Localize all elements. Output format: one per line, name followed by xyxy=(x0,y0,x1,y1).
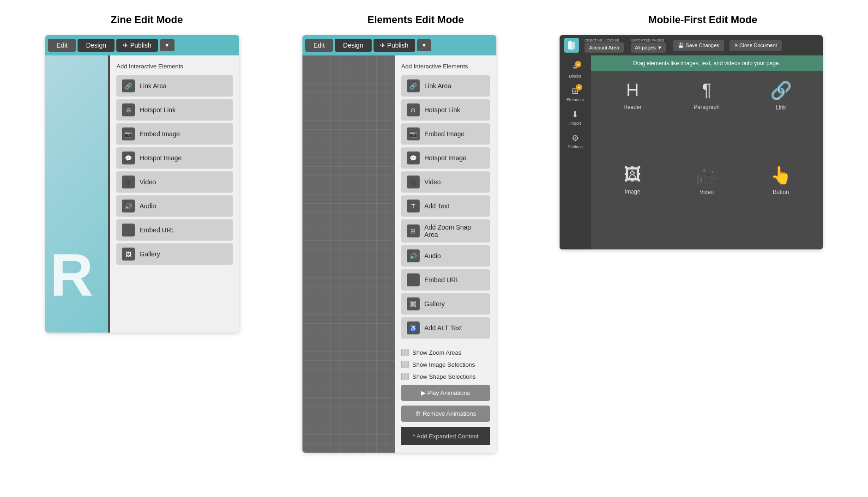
item-icon: 💬 xyxy=(407,152,420,164)
item-label: Add Zoom Snap Area xyxy=(424,224,484,238)
mobile-nav-blocks[interactable]: ≡ + Blocks xyxy=(560,60,591,81)
nav-icon-settings: ⚙ xyxy=(572,133,579,143)
element-label: Link xyxy=(776,104,786,111)
mobile-topbar: CREATIVE LICENSE Account Area IMPORTED P… xyxy=(560,35,823,55)
mobile-nav-elements[interactable]: ⊞ + Elements xyxy=(560,83,591,105)
mobile-elem-button[interactable]: 👆 Button xyxy=(748,165,814,240)
mobile-elem-header[interactable]: H Header xyxy=(600,80,665,156)
zine-item-video[interactable]: 🎥 Video xyxy=(116,171,233,193)
mobile-body: ≡ + Blocks ⊞ + Elements ⬇ Import ⚙ Setti… xyxy=(560,55,823,249)
mobile-nav-settings[interactable]: ⚙ Settings xyxy=(560,130,591,152)
nav-label: Settings xyxy=(567,145,583,149)
mobile-elem-link[interactable]: 🔗 Link xyxy=(748,80,814,156)
imported-pages-label: IMPORTED PAGES xyxy=(631,38,666,42)
item-icon: ⊙ xyxy=(407,103,420,116)
nav-icon-import: ⬇ xyxy=(572,109,579,120)
zine-design-button[interactable]: Design xyxy=(78,39,115,52)
nav-badge: + xyxy=(575,61,581,67)
mobile-elem-video[interactable]: 🎥 Video xyxy=(674,165,739,240)
zine-item-embed-image[interactable]: 📷 Embed Image xyxy=(116,123,233,145)
mobile-elem-image[interactable]: 🖼 Image xyxy=(600,165,665,240)
zine-item-hotspot-image[interactable]: 💬 Hotspot Image xyxy=(116,147,233,169)
item-label: Add Text xyxy=(424,202,449,210)
elements-canvas xyxy=(302,55,395,453)
item-icon: T xyxy=(407,200,420,212)
elements-section-title: Add Interactive Elements xyxy=(401,63,490,70)
item-label: Embed URL xyxy=(424,276,459,284)
item-label: Link Area xyxy=(424,82,451,90)
elements-checkboxes: Show Zoom Areas Show Image Selections Sh… xyxy=(401,349,490,380)
creative-license-label: CREATIVE LICENSE xyxy=(585,38,624,42)
checkbox-show-image-selections[interactable]: Show Image Selections xyxy=(401,361,490,368)
elements-items-list: 🔗 Link Area ⊙ Hotspot Link 📷 Embed Image… xyxy=(401,75,490,341)
mobile-nav-import[interactable]: ⬇ Import xyxy=(560,107,591,128)
item-icon: 🔗 xyxy=(407,79,420,92)
zine-section-title: Add Interactive Elements xyxy=(116,63,233,70)
nav-icon-elements: ⊞ + xyxy=(572,86,579,96)
checkbox-label: Show Shape Selections xyxy=(412,373,476,380)
zine-items-list: 🔗 Link Area ⊙ Hotspot Link 📷 Embed Image… xyxy=(116,75,233,265)
elem-item-gallery[interactable]: 🖼 Gallery xyxy=(401,293,490,315)
elements-edit-button[interactable]: Edit xyxy=(305,39,333,52)
elements-publish-button[interactable]: ✈ Publish xyxy=(374,39,415,52)
play-animations-button[interactable]: ▶ Play Animations xyxy=(401,385,490,401)
elements-dropdown-button[interactable]: ▼ xyxy=(417,39,432,51)
elem-item-video[interactable]: 🎥 Video xyxy=(401,171,490,193)
save-changes-button[interactable]: 💾 Save Changes xyxy=(673,40,723,51)
all-pages-select[interactable]: All pages ▼ xyxy=(631,42,666,53)
elem-item-add-zoom-snap-area[interactable]: ⊞ Add Zoom Snap Area xyxy=(401,219,490,242)
elem-item-embed-url[interactable]: Embed URL xyxy=(401,269,490,291)
item-icon: 📷 xyxy=(407,127,420,140)
element-label: Header xyxy=(623,104,641,110)
nav-label: Blocks xyxy=(569,74,581,79)
checkbox-show-zoom-areas[interactable]: Show Zoom Areas xyxy=(401,349,490,356)
elem-item-audio[interactable]: 🔊 Audio xyxy=(401,245,490,267)
add-expanded-bar[interactable]: ^ Add Expanded Content xyxy=(401,427,490,445)
elem-item-add-text[interactable]: T Add Text xyxy=(401,195,490,217)
nav-label: Elements xyxy=(567,97,584,102)
zine-background: R xyxy=(45,55,110,333)
account-area-button[interactable]: Account Area xyxy=(585,42,624,53)
remove-animations-button[interactable]: 🗑 Remove Animations xyxy=(401,406,490,422)
zine-item-audio[interactable]: 🔊 Audio xyxy=(116,195,233,217)
item-label: Hotspot Image xyxy=(424,154,466,162)
zine-item-gallery[interactable]: 🖼 Gallery xyxy=(116,243,233,265)
elem-item-add-alt-text[interactable]: ♿ Add ALT Text xyxy=(401,317,490,339)
zine-divider xyxy=(108,55,110,333)
zine-publish-button[interactable]: ✈ Publish xyxy=(116,39,158,52)
nav-badge: + xyxy=(576,84,582,91)
elem-item-link-area[interactable]: 🔗 Link Area xyxy=(401,75,490,97)
element-icon-link: 🔗 xyxy=(770,80,792,101)
item-icon: 🖼 xyxy=(122,248,135,261)
item-icon: ♿ xyxy=(407,321,420,334)
item-label: Hotspot Link xyxy=(424,106,460,114)
item-label: Audio xyxy=(139,202,156,210)
checkbox-label: Show Zoom Areas xyxy=(412,349,461,356)
zine-item-link-area[interactable]: 🔗 Link Area xyxy=(116,75,233,97)
zine-panel-wrapper: Edit Design ✈ Publish ▼ R Add Interactiv… xyxy=(45,35,239,333)
element-label: Paragraph xyxy=(694,104,720,110)
close-document-button[interactable]: ✕ Close Document xyxy=(729,40,782,51)
item-label: Hotspot Link xyxy=(139,106,175,114)
item-icon: ⊞ xyxy=(407,224,420,237)
elements-design-button[interactable]: Design xyxy=(335,39,372,52)
zine-dropdown-button[interactable]: ▼ xyxy=(160,39,175,51)
item-label: Gallery xyxy=(139,250,160,258)
zine-item-hotspot-link[interactable]: ⊙ Hotspot Link xyxy=(116,99,233,121)
elem-item-hotspot-link[interactable]: ⊙ Hotspot Link xyxy=(401,99,490,121)
nav-icon-blocks: ≡ + xyxy=(573,63,578,73)
item-label: Embed URL xyxy=(139,226,175,234)
item-icon: 🔗 xyxy=(122,79,135,92)
checkbox-show-shape-selections[interactable]: Show Shape Selections xyxy=(401,373,490,380)
item-icon: 🎥 xyxy=(122,176,135,188)
zine-edit-button[interactable]: Edit xyxy=(48,39,76,52)
mobile-elem-paragraph[interactable]: ¶ Paragraph xyxy=(674,80,739,156)
mobile-elements-grid: H Header ¶ Paragraph 🔗 Link 🖼 Image 🎥 Vi… xyxy=(591,71,823,249)
mobile-panel: CREATIVE LICENSE Account Area IMPORTED P… xyxy=(560,35,823,249)
nav-label: Import xyxy=(569,121,581,126)
elem-item-embed-image[interactable]: 📷 Embed Image xyxy=(401,123,490,145)
item-label: Embed Image xyxy=(424,130,464,138)
zine-item-embed-url[interactable]: Embed URL xyxy=(116,219,233,241)
elem-item-hotspot-image[interactable]: 💬 Hotspot Image xyxy=(401,147,490,169)
element-icon-video: 🎥 xyxy=(696,165,717,185)
